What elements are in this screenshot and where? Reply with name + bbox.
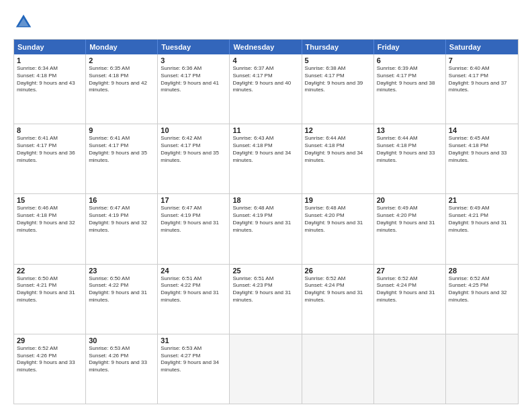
sunset-label: Sunset: 4:17 PM	[161, 142, 200, 148]
sunset-label: Sunset: 4:22 PM	[89, 282, 128, 288]
sunrise-label: Sunrise: 6:44 AM	[377, 135, 418, 141]
day-number: 19	[305, 196, 371, 204]
calendar-header: SundayMondayTuesdayWednesdayThursdayFrid…	[14, 40, 518, 54]
sunset-label: Sunset: 4:22 PM	[161, 282, 200, 288]
calendar-cell: 28 Sunrise: 6:52 AM Sunset: 4:25 PM Dayl…	[446, 265, 518, 334]
daylight-label: Daylight: 9 hours and 43 minutes.	[17, 80, 75, 93]
sunrise-label: Sunrise: 6:52 AM	[449, 275, 490, 281]
day-number: 6	[377, 56, 443, 64]
calendar-cell: 31 Sunrise: 6:53 AM Sunset: 4:27 PM Dayl…	[158, 334, 230, 404]
sunrise-label: Sunrise: 6:45 AM	[449, 135, 490, 141]
sunset-label: Sunset: 4:23 PM	[232, 282, 272, 288]
daylight-label: Daylight: 9 hours and 39 minutes.	[305, 80, 363, 93]
calendar-cell: 18 Sunrise: 6:48 AM Sunset: 4:19 PM Dayl…	[230, 194, 302, 263]
sunrise-label: Sunrise: 6:41 AM	[89, 135, 130, 141]
day-number: 4	[232, 56, 298, 64]
sunrise-label: Sunrise: 6:52 AM	[17, 345, 58, 351]
day-number: 30	[89, 336, 154, 345]
day-number: 5	[305, 56, 371, 64]
sunset-label: Sunset: 4:24 PM	[305, 282, 345, 288]
sunrise-label: Sunrise: 6:44 AM	[305, 135, 346, 141]
cell-info: Sunrise: 6:50 AM Sunset: 4:22 PM Dayligh…	[89, 275, 154, 304]
calendar-cell: 17 Sunrise: 6:47 AM Sunset: 4:19 PM Dayl…	[158, 194, 230, 263]
cell-info: Sunrise: 6:48 AM Sunset: 4:20 PM Dayligh…	[305, 205, 371, 234]
sunrise-label: Sunrise: 6:49 AM	[377, 205, 418, 211]
day-number: 22	[17, 267, 83, 275]
calendar-row-0: 1 Sunrise: 6:34 AM Sunset: 4:18 PM Dayli…	[14, 54, 518, 124]
sunset-label: Sunset: 4:18 PM	[232, 142, 272, 148]
calendar-row-4: 29 Sunrise: 6:52 AM Sunset: 4:26 PM Dayl…	[14, 334, 518, 404]
calendar-cell: 3 Sunrise: 6:36 AM Sunset: 4:17 PM Dayli…	[158, 54, 230, 124]
sunset-label: Sunset: 4:18 PM	[377, 142, 416, 148]
calendar-cell: 16 Sunrise: 6:47 AM Sunset: 4:19 PM Dayl…	[86, 194, 158, 263]
day-number: 10	[161, 126, 226, 134]
calendar-cell	[374, 334, 446, 404]
sunrise-label: Sunrise: 6:48 AM	[232, 205, 273, 211]
calendar-row-3: 22 Sunrise: 6:50 AM Sunset: 4:21 PM Dayl…	[14, 264, 518, 334]
sunrise-label: Sunrise: 6:53 AM	[89, 345, 130, 351]
day-number: 20	[377, 196, 443, 204]
calendar-cell: 29 Sunrise: 6:52 AM Sunset: 4:26 PM Dayl…	[14, 334, 86, 404]
header-day-friday: Friday	[374, 40, 446, 54]
logo	[13, 12, 36, 32]
daylight-label: Daylight: 9 hours and 33 minutes.	[89, 359, 147, 373]
daylight-label: Daylight: 9 hours and 31 minutes.	[377, 220, 435, 233]
calendar-cell: 21 Sunrise: 6:49 AM Sunset: 4:21 PM Dayl…	[446, 194, 518, 263]
daylight-label: Daylight: 9 hours and 31 minutes.	[305, 289, 363, 303]
header-day-wednesday: Wednesday	[230, 40, 302, 54]
day-number: 14	[449, 126, 515, 134]
daylight-label: Daylight: 9 hours and 31 minutes.	[232, 289, 291, 303]
sunrise-label: Sunrise: 6:37 AM	[232, 65, 273, 71]
calendar-cell: 23 Sunrise: 6:50 AM Sunset: 4:22 PM Dayl…	[86, 265, 158, 334]
cell-info: Sunrise: 6:53 AM Sunset: 4:26 PM Dayligh…	[89, 345, 154, 374]
daylight-label: Daylight: 9 hours and 35 minutes.	[161, 150, 219, 163]
day-number: 27	[377, 267, 443, 275]
sunset-label: Sunset: 4:18 PM	[305, 142, 345, 148]
day-number: 16	[89, 196, 154, 204]
day-number: 24	[161, 267, 226, 275]
sunrise-label: Sunrise: 6:52 AM	[305, 275, 346, 281]
day-number: 9	[89, 126, 154, 134]
cell-info: Sunrise: 6:42 AM Sunset: 4:17 PM Dayligh…	[161, 135, 226, 164]
daylight-label: Daylight: 9 hours and 40 minutes.	[232, 80, 291, 93]
calendar-cell: 20 Sunrise: 6:49 AM Sunset: 4:20 PM Dayl…	[374, 194, 446, 263]
daylight-label: Daylight: 9 hours and 35 minutes.	[89, 150, 147, 163]
cell-info: Sunrise: 6:47 AM Sunset: 4:19 PM Dayligh…	[89, 205, 154, 234]
page: SundayMondayTuesdayWednesdayThursdayFrid…	[0, 0, 532, 411]
calendar: SundayMondayTuesdayWednesdayThursdayFrid…	[13, 39, 519, 404]
daylight-label: Daylight: 9 hours and 32 minutes.	[89, 220, 147, 233]
sunrise-label: Sunrise: 6:34 AM	[17, 65, 58, 71]
daylight-label: Daylight: 9 hours and 37 minutes.	[449, 80, 507, 93]
day-number: 7	[449, 56, 515, 64]
cell-info: Sunrise: 6:52 AM Sunset: 4:24 PM Dayligh…	[305, 275, 371, 304]
sunrise-label: Sunrise: 6:51 AM	[232, 275, 273, 281]
cell-info: Sunrise: 6:50 AM Sunset: 4:21 PM Dayligh…	[17, 275, 83, 304]
cell-info: Sunrise: 6:51 AM Sunset: 4:23 PM Dayligh…	[232, 275, 298, 304]
header	[13, 12, 519, 32]
day-number: 17	[161, 196, 226, 204]
cell-info: Sunrise: 6:49 AM Sunset: 4:21 PM Dayligh…	[449, 205, 515, 234]
daylight-label: Daylight: 9 hours and 33 minutes.	[449, 150, 507, 163]
cell-info: Sunrise: 6:44 AM Sunset: 4:18 PM Dayligh…	[377, 135, 443, 164]
daylight-label: Daylight: 9 hours and 34 minutes.	[305, 150, 363, 163]
daylight-label: Daylight: 9 hours and 31 minutes.	[305, 220, 363, 233]
sunrise-label: Sunrise: 6:47 AM	[161, 205, 202, 211]
cell-info: Sunrise: 6:53 AM Sunset: 4:27 PM Dayligh…	[161, 345, 226, 374]
calendar-cell: 13 Sunrise: 6:44 AM Sunset: 4:18 PM Dayl…	[374, 124, 446, 193]
sunrise-label: Sunrise: 6:48 AM	[305, 205, 346, 211]
calendar-cell: 4 Sunrise: 6:37 AM Sunset: 4:17 PM Dayli…	[230, 54, 302, 124]
day-number: 11	[232, 126, 298, 134]
cell-info: Sunrise: 6:34 AM Sunset: 4:18 PM Dayligh…	[17, 65, 83, 94]
sunset-label: Sunset: 4:17 PM	[17, 142, 56, 148]
day-number: 21	[449, 196, 515, 204]
cell-info: Sunrise: 6:48 AM Sunset: 4:19 PM Dayligh…	[232, 205, 298, 234]
sunrise-label: Sunrise: 6:50 AM	[89, 275, 130, 281]
header-day-tuesday: Tuesday	[158, 40, 230, 54]
calendar-cell: 15 Sunrise: 6:46 AM Sunset: 4:18 PM Dayl…	[14, 194, 86, 263]
day-number: 13	[377, 126, 443, 134]
sunset-label: Sunset: 4:25 PM	[449, 282, 488, 288]
sunset-label: Sunset: 4:19 PM	[232, 212, 272, 218]
sunrise-label: Sunrise: 6:47 AM	[89, 205, 130, 211]
day-number: 28	[449, 267, 515, 275]
day-number: 29	[17, 336, 83, 345]
